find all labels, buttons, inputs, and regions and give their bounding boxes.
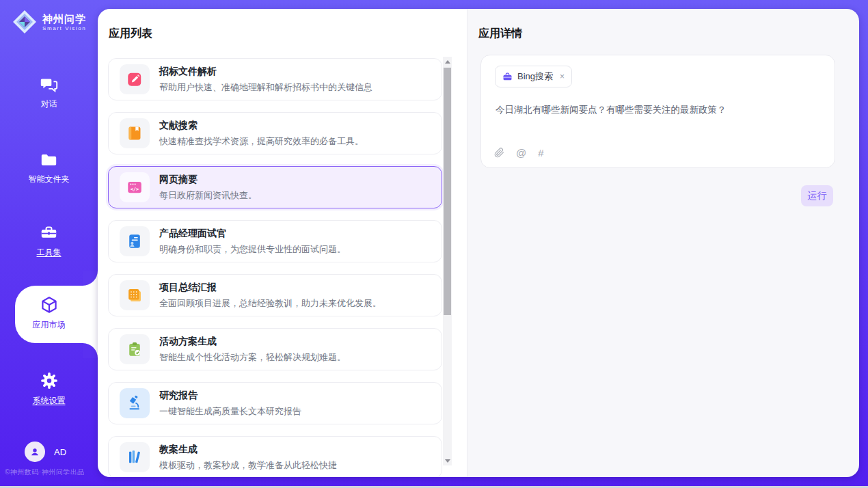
sidebar-item-label: 智能文件夹	[29, 174, 70, 185]
app-logo: 神州问学 Smart Vision	[11, 8, 86, 36]
books-icon	[120, 442, 150, 472]
app-card-research-report[interactable]: 研究报告 一键智能生成高质量长文本研究报告	[108, 382, 442, 424]
scroll-up-arrow[interactable]	[443, 57, 452, 66]
app-desc: 全面回顾项目进展，总结经验教训，助力未来优化发展。	[159, 297, 381, 310]
app-desc: 明确身份和职责，为您提供专业性的面试问题。	[159, 243, 346, 256]
app-desc: 智能生成个性化活动方案，轻松解决规划难题。	[159, 351, 346, 364]
sidebar: 神州问学 Smart Vision 对话 智能文件夹 工具集	[0, 0, 98, 488]
gear-icon	[40, 371, 59, 390]
document-person-icon	[120, 226, 150, 256]
chat-icon	[40, 75, 58, 94]
logo-subtitle: Smart Vision	[42, 25, 86, 31]
sidebar-item-label: 系统设置	[33, 395, 66, 407]
user-initials: AD	[54, 447, 66, 457]
webpage-code-icon: </>	[120, 172, 150, 202]
app-desc: 模板驱动，教案秒成，教学准备从此轻松快捷	[159, 459, 337, 472]
avatar	[25, 442, 45, 462]
app-desc: 一键智能生成高质量长文本研究报告	[159, 405, 301, 418]
scrollbar-thumb[interactable]	[444, 68, 451, 315]
svg-text:</>: </>	[131, 186, 139, 192]
list-scrollbar[interactable]	[443, 57, 452, 465]
sidebar-item-chat[interactable]: 对话	[0, 75, 98, 110]
sidebar-item-settings[interactable]: 系统设置	[0, 371, 98, 407]
scroll-down-arrow[interactable]	[443, 457, 452, 465]
sidebar-item-smart-folder[interactable]: 智能文件夹	[0, 150, 98, 185]
notch-curve-top	[83, 271, 98, 286]
app-name: 网页摘要	[159, 174, 257, 186]
user-account[interactable]: AD	[25, 442, 66, 462]
sidebar-item-label: 工具集	[37, 247, 62, 258]
app-card-web-summary[interactable]: </> 网页摘要 每日政府新闻资讯快查。	[108, 166, 442, 208]
app-card-project-summary[interactable]: 项目总结汇报 全面回顾项目进展，总结经验教训，助力未来优化发展。	[108, 274, 442, 316]
tool-chip-bing-search[interactable]: Bing搜索 ×	[495, 66, 572, 87]
run-button[interactable]: 运行	[801, 185, 833, 206]
app-card-pm-interviewer[interactable]: 产品经理面试官 明确身份和职责，为您提供专业性的面试问题。	[108, 220, 442, 262]
query-text[interactable]: 今日湖北有哪些新闻要点？有哪些需要关注的最新政策？	[496, 103, 821, 116]
logo-title: 神州问学	[42, 13, 86, 25]
app-name: 文献搜索	[159, 120, 364, 132]
toolbox-icon	[40, 223, 58, 242]
paperclip-icon[interactable]	[494, 147, 504, 159]
cube-icon	[40, 295, 59, 314]
copyright-note: ©神州数码·神州问学出品	[5, 467, 85, 477]
prompt-editor[interactable]: Bing搜索 × 今日湖北有哪些新闻要点？有哪些需要关注的最新政策？ @ #	[480, 55, 835, 168]
app-name: 产品经理面试官	[159, 228, 346, 240]
app-desc: 帮助用户快速、准确地理解和解析招标书中的关键信息	[159, 81, 372, 94]
app-name: 活动方案生成	[159, 336, 346, 348]
app-name: 招标文件解析	[159, 66, 372, 78]
clipboard-check-icon	[120, 334, 150, 364]
sidebar-item-app-market[interactable]: 应用市场	[0, 295, 98, 331]
microscope-icon	[120, 388, 150, 418]
app-list-panel: 应用列表 招标文件解析 帮助用户快速、准确地理解和解析招标书中的关键信息	[98, 9, 467, 477]
diamond-logo-icon	[11, 8, 38, 36]
main-content: 应用列表 招标文件解析 帮助用户快速、准确地理解和解析招标书中的关键信息	[98, 9, 859, 477]
notch-curve-bottom	[83, 343, 98, 358]
app-detail-panel: 应用详情 Bing搜索 × 今日湖北有哪些新闻要点？有哪些需要关注的最新政策？	[467, 9, 859, 477]
app-detail-title: 应用详情	[478, 27, 522, 41]
hash-icon[interactable]: #	[538, 147, 543, 159]
tool-chip-label: Bing搜索	[517, 70, 553, 83]
folder-icon	[40, 150, 58, 169]
sidebar-item-label: 应用市场	[33, 319, 66, 331]
briefcase-icon	[502, 72, 513, 82]
app-name: 研究报告	[159, 390, 301, 402]
app-list: 招标文件解析 帮助用户快速、准确地理解和解析招标书中的关键信息 文献搜索 快速精…	[108, 58, 442, 477]
book-icon	[120, 118, 150, 148]
app-card-tender-analysis[interactable]: 招标文件解析 帮助用户快速、准确地理解和解析招标书中的关键信息	[108, 58, 442, 100]
app-name: 项目总结汇报	[159, 282, 381, 294]
app-card-literature-search[interactable]: 文献搜索 快速精准查找学术资源，提高研究效率的必备工具。	[108, 112, 442, 154]
chip-close-icon[interactable]: ×	[560, 72, 565, 81]
sidebar-item-label: 对话	[41, 98, 57, 110]
user-icon	[29, 446, 41, 458]
mention-icon[interactable]: @	[516, 147, 526, 159]
app-card-event-plan[interactable]: 活动方案生成 智能生成个性化活动方案，轻松解决规划难题。	[108, 328, 442, 370]
tender-edit-icon	[120, 64, 150, 94]
app-card-lesson-plan[interactable]: 教案生成 模板驱动，教案秒成，教学准备从此轻松快捷	[108, 436, 442, 477]
sticky-notes-icon	[120, 280, 150, 310]
app-desc: 每日政府新闻资讯快查。	[159, 189, 257, 202]
sidebar-item-toolset[interactable]: 工具集	[0, 223, 98, 258]
editor-toolbar: @ #	[494, 147, 544, 159]
app-desc: 快速精准查找学术资源，提高研究效率的必备工具。	[159, 135, 364, 148]
app-list-title: 应用列表	[109, 27, 152, 41]
app-name: 教案生成	[159, 444, 337, 456]
